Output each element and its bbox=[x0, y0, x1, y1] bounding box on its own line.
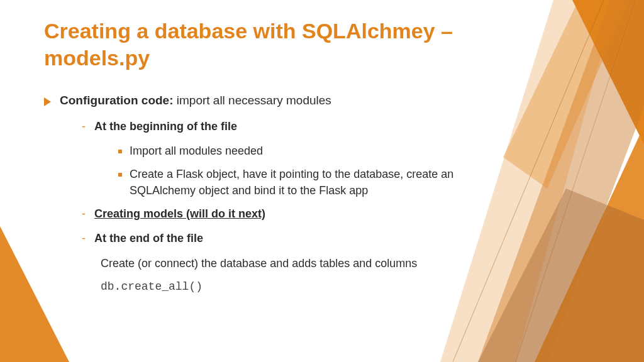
bullet-text: At the beginning of the file bbox=[94, 119, 237, 134]
bullet-level2: - At the end of the file bbox=[82, 231, 472, 246]
bullet-level2: - At the beginning of the file bbox=[82, 119, 472, 134]
square-bullet-icon bbox=[118, 150, 122, 153]
dash-bullet-icon: - bbox=[82, 119, 86, 134]
bullet-text: Configuration code: import all necessary… bbox=[60, 94, 331, 107]
bullet-text: Create a Flask object, have it pointing … bbox=[130, 167, 483, 198]
bullet-level3: Create a Flask object, have it pointing … bbox=[118, 167, 483, 198]
bullet-level3: Import all modules needed bbox=[118, 143, 483, 159]
code-snippet: db.create_all() bbox=[101, 280, 600, 293]
bullet-text: At the end of the file bbox=[94, 231, 203, 246]
bullet-text: Import all modules needed bbox=[130, 143, 263, 159]
body-text: Create (or connect) the database and add… bbox=[101, 255, 459, 272]
slide-title: Creating a database with SQLAlchmey – mo… bbox=[44, 18, 547, 71]
square-bullet-icon bbox=[118, 173, 122, 177]
bullet-level2: - Creating models (will do it next) bbox=[82, 206, 472, 222]
dash-bullet-icon: - bbox=[82, 206, 86, 222]
bullet-level1: Configuration code: import all necessary… bbox=[44, 94, 600, 107]
bullet-text: Creating models (will do it next) bbox=[94, 206, 265, 222]
dash-bullet-icon: - bbox=[82, 231, 86, 246]
triangle-bullet-icon bbox=[44, 97, 51, 106]
